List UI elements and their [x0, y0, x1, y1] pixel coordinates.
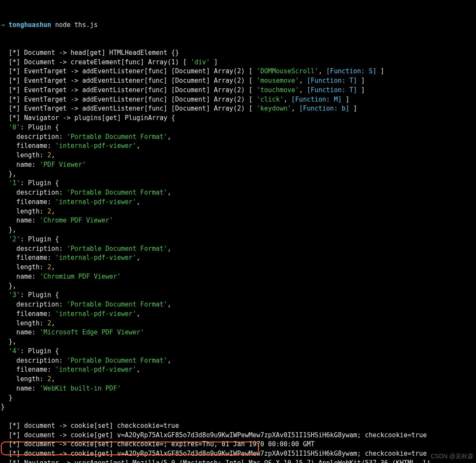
terminal-line: description: 'Portable Document Format', [1, 300, 475, 310]
terminal-text: , [167, 133, 171, 141]
terminal-line: [*] document -> cookie[set] checkcookie=… [1, 421, 475, 431]
terminal-line: filename: 'internal-pdf-viewer', [1, 253, 475, 263]
terminal-line: '3': Plugin { [1, 291, 475, 300]
terminal-line: filename: 'internal-pdf-viewer', [1, 365, 475, 375]
terminal-text: 'internal-pdf-viewer' [55, 142, 136, 150]
terminal-text: , [51, 207, 55, 215]
terminal-text: filename: [1, 142, 55, 150]
terminal-text: '2' [9, 235, 20, 243]
terminal-text: 'DOMMouseScroll' [256, 67, 319, 75]
terminal-text: name: [1, 328, 39, 336]
terminal-text: 'WebKit built-in PDF' [39, 385, 121, 392]
terminal-text: 'Chromium PDF Viewer' [39, 273, 121, 280]
terminal-text: , [136, 254, 140, 262]
terminal-text: '1' [9, 179, 20, 187]
terminal-line: filename: 'internal-pdf-viewer', [1, 310, 475, 319]
terminal-text: [Function: T] [307, 86, 357, 94]
terminal-text [1, 179, 9, 187]
terminal-text: '0' [9, 123, 20, 131]
terminal-text: } [1, 403, 5, 411]
terminal-text: , [51, 151, 55, 159]
terminal-text: , [167, 357, 171, 364]
terminal-text: '4' [9, 347, 20, 355]
terminal-text: name: [1, 385, 39, 392]
terminal-line: name: 'Chrome PDF Viewer' [1, 216, 475, 225]
terminal-text: 'Portable Document Format' [67, 245, 168, 253]
terminal-line: [*] EventTarget -> addEventListener[func… [1, 104, 475, 114]
terminal-line: length: 2, [1, 207, 475, 216]
terminal-text: [*] Document -> head[get] HTMLHeadElemen… [1, 49, 179, 57]
terminal-text: length: [1, 207, 47, 215]
terminal-text: , [51, 375, 55, 383]
terminal-line: } [1, 403, 475, 412]
terminal-text: 'Portable Document Format' [67, 357, 168, 364]
terminal-text: length: [1, 263, 47, 271]
terminal-line: }, [1, 225, 475, 235]
terminal-line: [*] EventTarget -> addEventListener[func… [1, 95, 475, 105]
terminal-text: [*] document -> cookie[get] v=A2OyRp75Al… [1, 450, 427, 457]
terminal-text: ] [357, 86, 365, 94]
terminal-text: , [136, 198, 140, 206]
terminal-text: ] [210, 58, 218, 66]
terminal-text: [*] EventTarget -> addEventListener[func… [1, 105, 256, 112]
terminal-text: ] [349, 105, 357, 112]
terminal-text: ] [357, 77, 365, 84]
terminal-text: ] [342, 96, 349, 103]
terminal-text: 'internal-pdf-viewer' [55, 366, 136, 373]
terminal-text: [*] document -> cookie[set] checkcookie=… [1, 422, 179, 430]
terminal-text: , [167, 189, 171, 196]
terminal-text [1, 123, 9, 131]
terminal-text: 'internal-pdf-viewer' [55, 254, 136, 262]
terminal-line: [*] document -> cookie[get] v=A2OyRp75Al… [1, 449, 475, 459]
terminal-line: }, [1, 282, 475, 291]
terminal-line: description: 'Portable Document Format', [1, 188, 475, 198]
terminal-text: } [1, 394, 12, 402]
terminal-line: [*] document -> cookie[get] v=A2OyRp75Al… [1, 431, 475, 440]
terminal-text: filename: [1, 366, 55, 373]
terminal-line: [*] Navigator -> userAgent[get] Mozilla/… [1, 459, 475, 463]
terminal-text: 'internal-pdf-viewer' [55, 310, 136, 318]
terminal-line: name: 'WebKit built-in PDF' [1, 384, 475, 394]
terminal-text: [*] document -> cookie[set] checkcookie=… [1, 440, 315, 448]
terminal-text: ] [377, 67, 384, 75]
terminal-text: name: [1, 273, 39, 280]
terminal-line: }, [1, 337, 475, 347]
terminal-text: 'keydown' [256, 105, 291, 112]
terminal-text: filename: [1, 198, 55, 206]
terminal-text: [Function: S] [326, 67, 377, 75]
prompt-command: node ths.js [55, 21, 97, 29]
terminal-line: [*] Document -> head[get] HTMLHeadElemen… [1, 48, 475, 58]
terminal-line: '2': Plugin { [1, 235, 475, 244]
terminal-text: [*] EventTarget -> addEventListener[func… [1, 77, 256, 84]
terminal-text: 'mousemove' [256, 77, 299, 84]
terminal-line: name: 'PDF Viewer' [1, 160, 475, 170]
terminal-text: [Function: M] [291, 96, 341, 103]
terminal-line: description: 'Portable Document Format', [1, 356, 475, 366]
terminal-text: description: [1, 357, 67, 364]
terminal-line: [*] EventTarget -> addEventListener[func… [1, 67, 475, 76]
terminal-text: 'div' [191, 58, 210, 66]
terminal-line: '0': Plugin { [1, 123, 475, 132]
terminal-text: name: [1, 216, 39, 224]
terminal-line: [*] EventTarget -> addEventListener[func… [1, 76, 475, 86]
terminal-text: filename: [1, 254, 55, 262]
terminal-line: length: 2, [1, 263, 475, 272]
terminal-line: length: 2, [1, 151, 475, 160]
terminal-line [1, 412, 475, 421]
terminal-line: } [1, 394, 475, 403]
terminal-text: }, [1, 226, 16, 234]
terminal-output[interactable]: → tonghuashun node ths.js [*] Document -… [0, 0, 476, 463]
terminal-text: , [136, 142, 140, 150]
terminal-text: 'PDF Viewer' [39, 161, 86, 168]
terminal-line: length: 2, [1, 319, 475, 328]
terminal-text [1, 291, 9, 299]
terminal-text: , [283, 96, 291, 103]
terminal-text: , [291, 105, 299, 112]
terminal-text: , [167, 301, 171, 308]
terminal-text: 'Portable Document Format' [67, 301, 168, 308]
terminal-text: length: [1, 375, 47, 383]
terminal-text: filename: [1, 310, 55, 318]
terminal-line: filename: 'internal-pdf-viewer', [1, 198, 475, 207]
terminal-line: filename: 'internal-pdf-viewer', [1, 141, 475, 151]
terminal-text: [*] Navigator -> userAgent[get] Mozilla/… [1, 459, 431, 463]
